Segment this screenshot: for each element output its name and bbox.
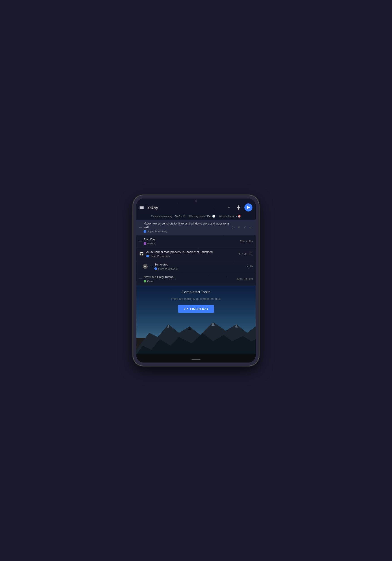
header-left: Today [139,205,158,210]
task-right: 30m / 1h 30m [237,277,253,280]
working-stat: Working today: 50m 🕐 [189,215,216,218]
task-right: ▷ ✴ ✓ ▭ [231,225,253,229]
task-time: 30m / 1h 30m [237,277,253,280]
working-clock-icon: 🕐 [212,215,215,218]
task-play-icon[interactable]: ▷ [231,225,235,229]
task-check-icon[interactable]: ✓ [243,225,247,229]
header-actions: + [226,204,253,212]
task-time: 25m / 30m [240,240,253,243]
task-project: ≡ Super Productivity [154,267,247,270]
lightning-button[interactable] [235,204,242,211]
project-icon: ≡ [146,255,149,258]
task-right: Σ- / 2h ☰ [239,252,253,256]
drag-handle [139,227,142,228]
play-button[interactable] [244,204,253,212]
task-project: ≡ Super Productivity [146,255,239,258]
completed-title: Completed Tasks [140,290,252,294]
page-title: Today [146,205,158,210]
add-button[interactable]: + [226,204,233,211]
task-project: ≡ Various [144,242,240,245]
task-row[interactable]: #605 Cannot read property 'isEnabled' of… [137,248,255,260]
stats-bar: Estimate remaining: ~3h 8m ⏱ Working tod… [139,213,253,220]
task-title: Some step [154,263,247,267]
drag-handle [139,279,142,279]
collapse-icon[interactable]: − [143,264,148,269]
task-title: #605 Cannot read property 'isEnabled' of… [146,250,239,254]
task-main: Make new screenshots for linux and windo… [144,222,231,233]
task-main: #605 Cannot read property 'isEnabled' of… [146,250,239,258]
project-icon: ≡ [144,242,146,245]
task-main: Some step ≡ Super Productivity [154,263,247,270]
task-main: Plan Day ≡ Various [144,238,240,245]
task-row[interactable]: − Some step ≡ Super Productivity - / 2h [137,260,255,273]
estimate-stat: Estimate remaining: ~3h 8m ⏱ [151,215,185,218]
github-icon [139,251,144,256]
task-project: ≡ Super Productivity [144,230,231,233]
task-focus-icon[interactable]: ✴ [237,225,241,229]
task-note-icon[interactable]: ☰ [248,252,253,256]
menu-button[interactable] [139,206,144,209]
task-row[interactable]: Plan Day ≡ Various 25m / 30m [137,235,255,248]
task-title: Make new screenshots for linux and windo… [144,222,231,229]
header-row: Today + [139,204,253,213]
finish-day-button[interactable]: ✔✔ FINISH DAY [178,305,214,313]
finish-check-icon: ✔✔ [183,307,189,311]
play-icon [247,206,250,209]
home-indicator[interactable] [191,359,201,360]
task-time: Σ- / 2h [239,252,247,256]
task-row[interactable]: Make new screenshots for linux and windo… [137,220,255,235]
task-note-icon[interactable]: ▭ [248,225,253,229]
task-right: - / 2h [247,265,253,268]
task-right: 25m / 30m [240,240,253,243]
break-clock-icon: ⏰ [238,215,241,218]
break-stat: Without break: - ⏰ [219,215,241,218]
completed-section: Completed Tasks There are currently no c… [137,285,255,315]
task-time: - / 2h [247,265,253,268]
camera-dot [195,200,197,202]
svg-marker-7 [237,205,240,210]
estimate-clock-icon: ⏱ [183,215,186,218]
task-title: Plan Day [144,238,240,241]
project-icon: ≡ [144,280,146,282]
task-project: ≡ Game [144,280,237,282]
device-screen: Today + [137,198,255,363]
task-row[interactable]: Next Step Unity Tutorial ≡ Game 30m / 1h… [137,273,255,285]
drag-handle [139,241,142,242]
task-main: Next Step Unity Tutorial ≡ Game [144,275,237,282]
tasks-container: Make new screenshots for linux and windo… [137,220,255,285]
device-frame: Today + [133,195,259,366]
completed-empty-message: There are currently no completed tasks [140,297,252,301]
app-content: Today + [137,198,255,363]
task-title: Next Step Unity Tutorial [144,275,237,279]
camera-bar [137,198,255,204]
task-actions: ▷ ✴ ✓ ▭ [231,225,253,229]
project-icon: ≡ [144,230,146,233]
project-icon: ≡ [154,267,157,270]
drag-handle [150,266,153,267]
